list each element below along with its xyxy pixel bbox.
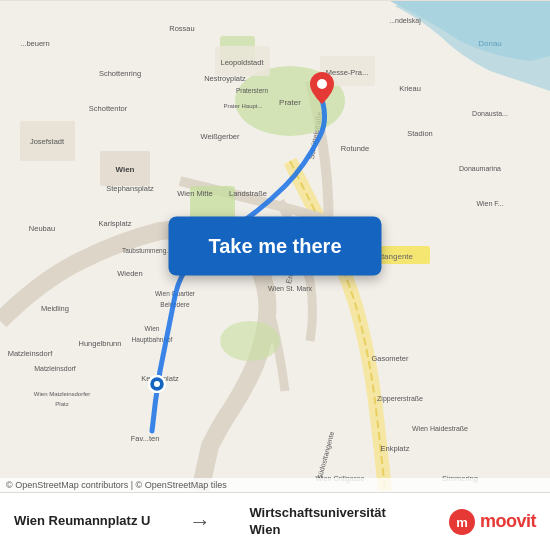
svg-text:Gasometer: Gasometer (371, 354, 409, 363)
origin-pin (148, 375, 166, 397)
svg-text:Donaumarina: Donaumarina (459, 165, 501, 172)
svg-text:Wien F...: Wien F... (476, 200, 503, 207)
moovit-text: moovit (480, 511, 536, 532)
svg-point-61 (317, 79, 327, 89)
svg-text:m: m (456, 515, 468, 530)
svg-text:Schottenring: Schottenring (99, 69, 141, 78)
svg-text:Josefstadt: Josefstadt (30, 137, 65, 146)
svg-text:Taubstummeng.: Taubstummeng. (122, 247, 168, 255)
svg-text:Hungelbrunn: Hungelbrunn (79, 339, 122, 348)
svg-point-9 (220, 321, 280, 361)
app-container: Südosttangente Schüttelstraße Erdbergstr… (0, 0, 550, 550)
bottom-bar: Wien Reumannplatz U → Wirtschaftsunivers… (0, 492, 550, 550)
from-label: Wien Reumannplatz U (14, 513, 150, 530)
svg-text:Wien: Wien (115, 165, 134, 174)
svg-text:Krieau: Krieau (399, 84, 421, 93)
route-arrow: → (189, 509, 211, 535)
svg-text:Prater: Prater (279, 98, 301, 107)
svg-text:Donau: Donau (478, 39, 502, 48)
svg-text:Matzleinsdorf: Matzleinsdorf (34, 365, 76, 372)
svg-text:Wien Haidestraße: Wien Haidestraße (412, 425, 468, 432)
take-me-there-button[interactable]: Take me there (168, 217, 381, 276)
svg-text:Neubau: Neubau (29, 224, 55, 233)
svg-text:Landstraße: Landstraße (229, 189, 267, 198)
svg-text:Prater Haupt...: Prater Haupt... (223, 103, 262, 109)
svg-text:Leopoldstadt: Leopoldstadt (221, 58, 265, 67)
svg-text:Weißgerber: Weißgerber (200, 132, 240, 141)
svg-text:Wien St. Marx: Wien St. Marx (268, 285, 312, 292)
svg-text:Donausta...: Donausta... (472, 110, 508, 117)
svg-text:Wien: Wien (145, 325, 160, 332)
svg-text:Rossau: Rossau (169, 24, 194, 33)
to-label: Wirtschaftsuniversität Wien (249, 505, 409, 539)
svg-text:...ndelskaj: ...ndelskaj (389, 17, 421, 25)
svg-text:Fav...ten: Fav...ten (131, 434, 160, 443)
svg-text:Karlsplatz: Karlsplatz (99, 219, 132, 228)
destination-pin (310, 72, 334, 108)
svg-text:...beuern: ...beuern (20, 39, 50, 48)
moovit-logo: m moovit (448, 508, 536, 536)
map-attribution: © OpenStreetMap contributors | © OpenStr… (0, 478, 550, 492)
svg-text:Wien Mitte: Wien Mitte (177, 189, 212, 198)
map-area: Südosttangente Schüttelstraße Erdbergstr… (0, 0, 550, 492)
svg-text:Nestroyplatz: Nestroyplatz (204, 74, 246, 83)
svg-text:Enkplatz: Enkplatz (381, 444, 410, 453)
svg-text:Meidling: Meidling (41, 304, 69, 313)
svg-text:Stadion: Stadion (407, 129, 432, 138)
svg-text:Schottentor: Schottentor (89, 104, 128, 113)
svg-text:Stephansplatz: Stephansplatz (106, 184, 154, 193)
svg-text:Zippererstraße: Zippererstraße (377, 395, 423, 403)
svg-point-63 (154, 381, 160, 387)
svg-text:Praterstern: Praterstern (236, 87, 269, 94)
svg-text:Rotunde: Rotunde (341, 144, 369, 153)
svg-text:Wieden: Wieden (117, 269, 142, 278)
route-from: Wien Reumannplatz U (14, 513, 150, 530)
route-to: Wirtschaftsuniversität Wien (249, 505, 409, 539)
moovit-icon: m (448, 508, 476, 536)
svg-text:Platz: Platz (55, 401, 68, 407)
svg-text:Matzleinsdorf: Matzleinsdorf (8, 349, 54, 358)
svg-text:Wien Matzleinsdorfer: Wien Matzleinsdorfer (34, 391, 90, 397)
